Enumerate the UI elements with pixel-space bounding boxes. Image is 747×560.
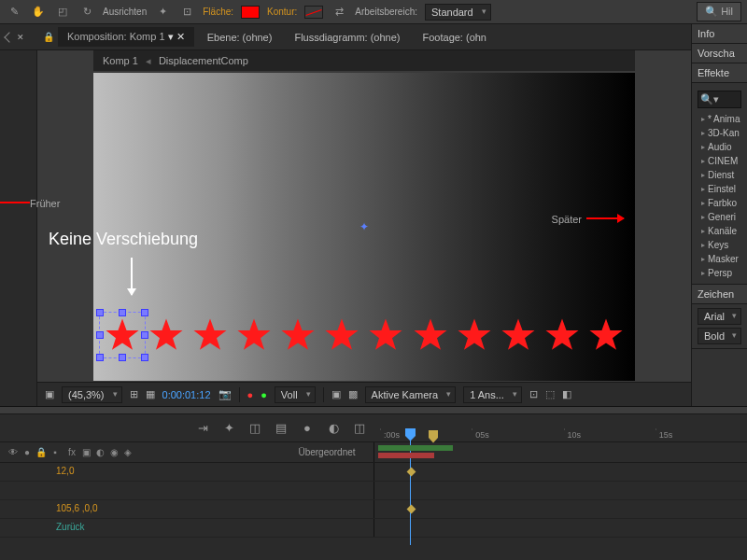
crumb-sub[interactable]: DisplacementComp xyxy=(159,55,248,66)
timeline-row[interactable] xyxy=(0,482,747,500)
solo-icon[interactable]: ● xyxy=(21,447,33,458)
timeline-row[interactable]: 105,6 ,0,0 xyxy=(0,500,747,519)
tool-icon[interactable]: ◰ xyxy=(54,4,71,21)
effect-category[interactable]: 3D-Kan xyxy=(698,126,741,140)
graph-icon[interactable]: ● xyxy=(299,420,316,437)
adj-icon[interactable]: ◉ xyxy=(108,447,120,458)
workspace-dropdown[interactable]: Standard xyxy=(425,4,491,21)
tool-icon[interactable]: ↻ xyxy=(78,4,95,21)
mb-icon[interactable]: ◐ xyxy=(94,447,106,458)
keyframe[interactable] xyxy=(407,468,416,477)
graph-icon[interactable]: ◫ xyxy=(247,420,263,437)
effect-category[interactable]: Dienst xyxy=(698,168,741,182)
effect-category[interactable]: Audio xyxy=(698,140,741,154)
guides-icon[interactable]: ▦ xyxy=(146,388,155,400)
crumb-comp[interactable]: Komp 1 xyxy=(103,55,138,66)
collapse-icon[interactable]: ▣ xyxy=(45,388,54,400)
effect-category[interactable]: Masker xyxy=(698,252,741,266)
work-area-bar[interactable] xyxy=(378,445,453,451)
star-shape[interactable] xyxy=(543,315,582,355)
star-shape[interactable] xyxy=(455,315,494,355)
timeline-row[interactable]: Zurück xyxy=(0,519,747,538)
graph-icon[interactable]: ✦ xyxy=(220,420,237,437)
viewer-icon[interactable]: ⬚ xyxy=(545,388,555,400)
star-shape[interactable] xyxy=(366,315,405,355)
effect-category[interactable]: Kanäle xyxy=(698,224,741,238)
shy-icon[interactable]: ▣ xyxy=(80,447,92,458)
snap-icon[interactable]: ⊡ xyxy=(178,4,195,21)
canvas-area[interactable]: Früher Später ✦ xyxy=(37,71,691,382)
effect-category[interactable]: Einstel xyxy=(698,182,741,196)
layer-bar[interactable] xyxy=(378,453,434,458)
effect-category[interactable]: Persp xyxy=(698,266,741,280)
star-shape[interactable] xyxy=(103,315,142,355)
marker[interactable] xyxy=(429,430,438,443)
handle[interactable] xyxy=(96,354,104,361)
handle[interactable] xyxy=(96,331,104,339)
tool-icon[interactable]: ✋ xyxy=(30,4,47,21)
resolution-dropdown[interactable]: Voll xyxy=(275,386,316,403)
keyframe-track[interactable] xyxy=(374,463,747,481)
star-shape[interactable] xyxy=(586,315,626,355)
property-value[interactable]: 12,0 xyxy=(0,463,280,481)
handle[interactable] xyxy=(141,309,148,316)
transparency-icon[interactable]: ▩ xyxy=(348,388,358,400)
graph-icon[interactable]: ◐ xyxy=(325,420,342,437)
star-shape[interactable] xyxy=(411,315,450,355)
composition-canvas[interactable]: Später ✦ xyxy=(93,73,635,381)
tab-flowchart[interactable]: Flussdiagramm: (ohne) xyxy=(285,28,409,47)
channel-icon[interactable]: ● xyxy=(261,389,267,400)
tab-footage[interactable]: Footage: (ohn xyxy=(414,28,497,47)
fill-swatch[interactable] xyxy=(241,6,260,19)
panel-effects[interactable]: Effekte xyxy=(692,63,747,83)
star-shape[interactable] xyxy=(234,315,274,355)
effect-category[interactable]: Farbko xyxy=(698,196,741,210)
handle[interactable] xyxy=(141,354,148,361)
graph-icon[interactable]: ◫ xyxy=(351,420,368,437)
panel-info[interactable]: Info xyxy=(692,24,747,44)
snap-icon[interactable]: ✦ xyxy=(154,4,171,21)
keyframe-track[interactable] xyxy=(374,500,747,518)
link-icon[interactable]: ⇄ xyxy=(331,4,347,21)
zoom-dropdown[interactable]: (45,3%) xyxy=(62,386,122,403)
lock-icon[interactable]: 🔒 xyxy=(43,32,54,42)
star-shape[interactable] xyxy=(278,315,317,355)
stroke-swatch[interactable] xyxy=(304,6,323,19)
property-value[interactable] xyxy=(0,482,280,499)
keyframe[interactable] xyxy=(407,505,416,514)
effect-category[interactable]: * Anima xyxy=(698,112,741,126)
snapshot-icon[interactable]: 📷 xyxy=(218,388,232,400)
effect-category[interactable]: Generi xyxy=(698,210,741,224)
views-dropdown[interactable]: 1 Ans... xyxy=(463,386,522,403)
effect-category[interactable]: Keys xyxy=(698,238,741,252)
font-dropdown[interactable]: Arial xyxy=(698,308,741,325)
keyframe-track[interactable] xyxy=(374,519,747,537)
viewer-icon[interactable]: ⊡ xyxy=(529,388,538,400)
graph-icon[interactable]: ⇥ xyxy=(194,420,211,437)
help-button[interactable]: 🔍 Hil xyxy=(697,2,741,21)
effect-category[interactable]: CINEM xyxy=(698,154,741,168)
tool-icon[interactable]: ✎ xyxy=(6,4,22,21)
tab-composition[interactable]: Komposition: Komp 1 ▾ ✕ xyxy=(58,27,194,47)
handle[interactable] xyxy=(119,309,126,316)
timeline-row[interactable]: 12,0 xyxy=(0,463,747,482)
handle[interactable] xyxy=(119,354,126,361)
viewer-icon[interactable]: ◧ xyxy=(562,388,571,400)
timecode[interactable]: 0:00:01:12 xyxy=(162,389,211,400)
weight-dropdown[interactable]: Bold xyxy=(698,328,741,344)
panel-character[interactable]: Zeichen xyxy=(692,285,747,304)
tab-layer[interactable]: Ebene: (ohne) xyxy=(198,28,282,47)
3d-icon[interactable]: ◈ xyxy=(122,447,134,458)
keyframe-track[interactable] xyxy=(374,482,747,499)
property-value[interactable]: Zurück xyxy=(0,519,280,537)
eye-icon[interactable]: 👁 xyxy=(7,447,19,458)
camera-dropdown[interactable]: Aktive Kamera xyxy=(365,386,457,403)
timeline-divider[interactable] xyxy=(0,407,747,414)
project-collapse[interactable]: ✕ xyxy=(0,24,37,49)
panel-preview[interactable]: Vorscha xyxy=(692,44,747,63)
lock-icon[interactable]: 🔒 xyxy=(35,447,47,458)
star-shape[interactable] xyxy=(322,315,361,355)
effects-search[interactable]: 🔍▾ xyxy=(698,91,741,108)
star-shape[interactable] xyxy=(499,315,538,355)
label-icon[interactable]: ▪ xyxy=(49,447,61,458)
